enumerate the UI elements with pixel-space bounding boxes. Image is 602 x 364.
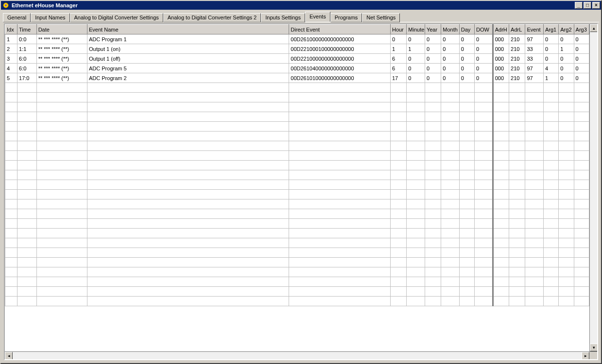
cell-empty[interactable]: [17, 258, 37, 267]
cell-empty[interactable]: [87, 122, 289, 132]
cell-empty[interactable]: [525, 102, 544, 112]
cell-empty[interactable]: [543, 297, 558, 306]
cell-empty[interactable]: [493, 209, 509, 219]
cell-hour[interactable]: 1: [390, 44, 406, 54]
cell-empty[interactable]: [441, 83, 460, 93]
table-row-empty[interactable]: [5, 267, 589, 277]
cell-empty[interactable]: [525, 238, 544, 248]
cell-empty[interactable]: [17, 151, 37, 161]
cell-empty[interactable]: [543, 248, 558, 258]
cell-empty[interactable]: [509, 180, 525, 190]
col-header-year[interactable]: Year: [425, 25, 441, 34]
cell-empty[interactable]: [425, 248, 441, 258]
cell-empty[interactable]: [459, 238, 474, 248]
cell-empty[interactable]: [475, 229, 493, 238]
col-header-date[interactable]: Date: [36, 25, 87, 34]
cell-empty[interactable]: [17, 277, 37, 287]
cell-empty[interactable]: [493, 141, 509, 151]
col-header-day[interactable]: Day: [459, 25, 474, 34]
cell-empty[interactable]: [5, 180, 17, 190]
col-header-adrl[interactable]: AdrL: [509, 25, 525, 34]
cell-empty[interactable]: [407, 93, 425, 102]
cell-empty[interactable]: [475, 238, 493, 248]
cell-month[interactable]: 0: [441, 44, 460, 54]
cell-empty[interactable]: [574, 170, 589, 180]
cell-empty[interactable]: [559, 209, 574, 219]
cell-empty[interactable]: [459, 267, 474, 277]
cell-empty[interactable]: [525, 267, 544, 277]
cell-empty[interactable]: [289, 248, 391, 258]
cell-empty[interactable]: [36, 267, 87, 277]
cell-empty[interactable]: [5, 112, 17, 122]
cell-empty[interactable]: [543, 180, 558, 190]
close-button[interactable]: ×: [592, 2, 600, 9]
cell-empty[interactable]: [441, 170, 460, 180]
cell-empty[interactable]: [459, 297, 474, 306]
cell-empty[interactable]: [459, 287, 474, 297]
cell-empty[interactable]: [509, 248, 525, 258]
cell-empty[interactable]: [17, 297, 37, 306]
col-header-adrh[interactable]: AdrH: [493, 25, 509, 34]
cell-empty[interactable]: [475, 180, 493, 190]
cell-empty[interactable]: [525, 132, 544, 141]
table-row-empty[interactable]: [5, 132, 589, 141]
cell-empty[interactable]: [559, 199, 574, 209]
cell-empty[interactable]: [5, 277, 17, 287]
cell-time[interactable]: 6:0: [17, 64, 37, 73]
cell-empty[interactable]: [87, 170, 289, 180]
cell-empty[interactable]: [36, 93, 87, 102]
cell-empty[interactable]: [559, 229, 574, 238]
table-row-empty[interactable]: [5, 170, 589, 180]
cell-empty[interactable]: [509, 199, 525, 209]
cell-empty[interactable]: [289, 209, 391, 219]
cell-empty[interactable]: [475, 209, 493, 219]
table-row-empty[interactable]: [5, 83, 589, 93]
cell-empty[interactable]: [5, 267, 17, 277]
cell-empty[interactable]: [574, 297, 589, 306]
cell-empty[interactable]: [289, 93, 391, 102]
cell-empty[interactable]: [36, 248, 87, 258]
cell-empty[interactable]: [36, 229, 87, 238]
cell-name[interactable]: ADC Program 2: [87, 73, 289, 83]
cell-empty[interactable]: [407, 258, 425, 267]
cell-arg2[interactable]: 1: [559, 44, 574, 54]
cell-empty[interactable]: [559, 102, 574, 112]
cell-adrh[interactable]: 000: [493, 73, 509, 83]
cell-time[interactable]: 17:0: [17, 73, 37, 83]
cell-empty[interactable]: [441, 102, 460, 112]
cell-empty[interactable]: [475, 83, 493, 93]
cell-empty[interactable]: [441, 141, 460, 151]
col-header-direct[interactable]: Direct Event: [289, 25, 391, 34]
cell-direct[interactable]: 00D221000000000000000: [289, 54, 391, 64]
cell-empty[interactable]: [17, 132, 37, 141]
cell-empty[interactable]: [525, 277, 544, 287]
table-row[interactable]: 10:0** *** **** (**)ADC Program 100D2610…: [5, 34, 589, 44]
cell-idx[interactable]: 2: [5, 44, 17, 54]
cell-empty[interactable]: [289, 229, 391, 238]
cell-empty[interactable]: [525, 190, 544, 199]
cell-empty[interactable]: [17, 267, 37, 277]
cell-empty[interactable]: [407, 199, 425, 209]
cell-empty[interactable]: [459, 219, 474, 229]
table-row[interactable]: 21:1** *** **** (**)Output 1 (on)00D2210…: [5, 44, 589, 54]
cell-empty[interactable]: [475, 141, 493, 151]
cell-empty[interactable]: [407, 141, 425, 151]
cell-empty[interactable]: [493, 190, 509, 199]
table-row-empty[interactable]: [5, 141, 589, 151]
cell-empty[interactable]: [17, 93, 37, 102]
cell-empty[interactable]: [289, 287, 391, 297]
cell-empty[interactable]: [509, 122, 525, 132]
cell-empty[interactable]: [289, 190, 391, 199]
cell-empty[interactable]: [390, 229, 406, 238]
cell-empty[interactable]: [475, 161, 493, 170]
cell-empty[interactable]: [459, 190, 474, 199]
cell-empty[interactable]: [509, 83, 525, 93]
cell-empty[interactable]: [289, 219, 391, 229]
events-grid[interactable]: IdxTimeDateEvent NameDirect EventHourMin…: [5, 24, 589, 351]
cell-empty[interactable]: [475, 170, 493, 180]
cell-empty[interactable]: [459, 199, 474, 209]
tab-input-names[interactable]: Input Names: [31, 13, 69, 22]
cell-empty[interactable]: [390, 141, 406, 151]
cell-empty[interactable]: [543, 151, 558, 161]
cell-empty[interactable]: [574, 248, 589, 258]
